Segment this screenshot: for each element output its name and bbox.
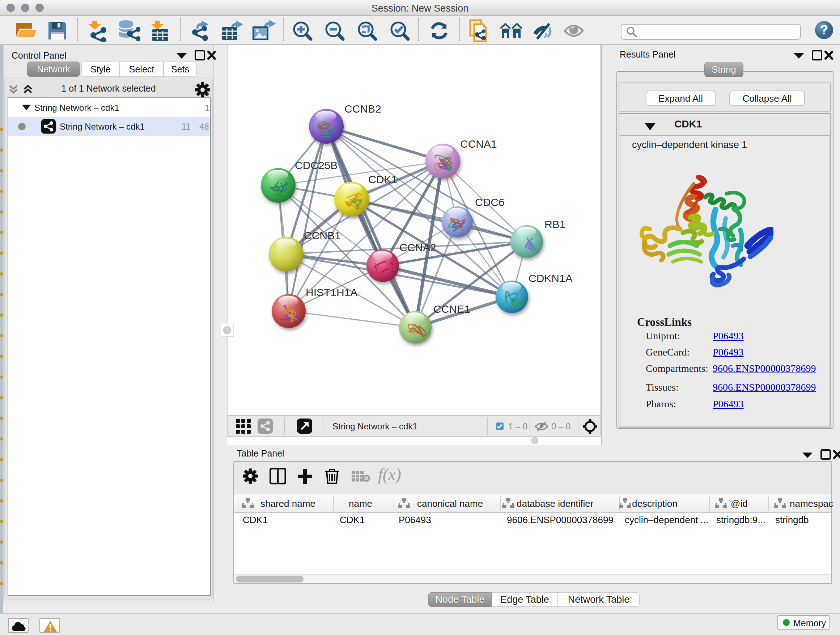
svg-text:CDK1: CDK1 xyxy=(368,173,397,185)
svg-text:CDKN1A: CDKN1A xyxy=(529,272,573,284)
svg-text:CCNB1: CCNB1 xyxy=(304,230,341,241)
svg-text:CCNA2: CCNA2 xyxy=(399,241,436,253)
svg-text:?: ? xyxy=(820,22,828,37)
svg-text:CCNB2: CCNB2 xyxy=(344,103,381,115)
svg-text:CDC6: CDC6 xyxy=(475,196,505,208)
svg-text:HIST1H1A: HIST1H1A xyxy=(306,287,357,298)
svg-text:CCNA1: CCNA1 xyxy=(460,138,497,150)
svg-text:CCNE1: CCNE1 xyxy=(433,303,470,315)
svg-text:RB1: RB1 xyxy=(545,218,565,230)
svg-text:CDC25B: CDC25B xyxy=(295,159,338,171)
